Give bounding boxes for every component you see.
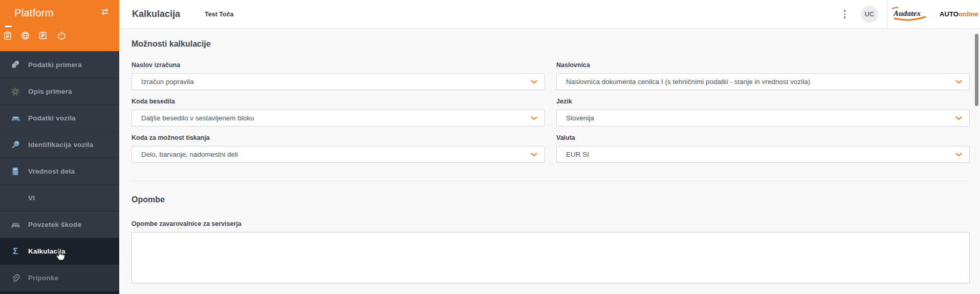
- field-naslov-izracuna: Naslov izračuna Izračun popravila: [132, 61, 545, 90]
- vertical-scrollbar-thumb[interactable]: [975, 34, 978, 106]
- sidebar-item-label: Vrednost dela: [28, 167, 75, 175]
- jezik-select[interactable]: Slovenija: [556, 110, 970, 127]
- sidebar-header: Platform: [0, 0, 119, 51]
- sidebar-item-label: Priponke: [28, 274, 58, 282]
- naslov-izracuna-select[interactable]: Izračun popravila: [132, 73, 545, 90]
- field-label: Koda besedila: [132, 98, 545, 105]
- sidebar-item-priponke[interactable]: Priponke: [0, 264, 119, 291]
- field-label: Valuta: [556, 134, 970, 141]
- sidebar-item-label: VI: [28, 194, 35, 202]
- avatar[interactable]: UC: [861, 6, 878, 23]
- field-valuta: Valuta EUR SI: [556, 134, 970, 163]
- sidebar-menu: Podatki primera Opis primera: [0, 51, 119, 294]
- sidebar-item-label: Podatki vozila: [28, 114, 76, 122]
- paperclip-icon: [10, 274, 20, 283]
- main-area: Kalkulacija Test Toča UC Audatex AUTOonl…: [119, 0, 980, 294]
- sidebar-item-label: Opis primera: [28, 88, 72, 95]
- sidebar-item-identifikacija-vozila[interactable]: Identifikacija vozila: [0, 131, 119, 158]
- section-title-calculation-options: Možnosti kalkulacije: [132, 39, 970, 49]
- field-koda-besedila: Koda besedila Daljše besedilo v sestavlj…: [132, 98, 545, 127]
- swap-arrows-icon[interactable]: [100, 8, 110, 15]
- clipboard-icon[interactable]: [4, 31, 12, 40]
- field-label: Naslovnica: [556, 61, 970, 69]
- autoonline-logo: AUTOonline: [940, 10, 978, 18]
- autoonline-logo-auto: AUTO: [940, 10, 959, 18]
- sigma-icon: Σ: [10, 247, 20, 256]
- chevron-down-icon: [531, 153, 537, 157]
- field-jezik: Jezik Slovenija: [556, 98, 970, 127]
- sidebar-item-povzetek-skode[interactable]: Povzetek škode: [0, 211, 119, 238]
- cubes-icon: [10, 60, 20, 69]
- koda-besedila-select[interactable]: Daljše besedilo v sestavljenem bloku: [132, 110, 545, 127]
- autoonline-logo-online: online: [959, 10, 978, 18]
- sidebar-item-label: Povzetek škode: [28, 221, 81, 228]
- audatex-logo: Audatex: [889, 6, 931, 23]
- naslovnica-select[interactable]: Naslovnica dokumenta cenilca I (s tehnič…: [556, 73, 970, 90]
- kebab-menu-icon[interactable]: [840, 7, 850, 22]
- page-title: Kalkulacija: [132, 9, 180, 19]
- application-window: Platform: [0, 0, 980, 294]
- gear-icon: [10, 87, 20, 96]
- brand-area: Audatex AUTOonline: [888, 6, 980, 23]
- valuta-select[interactable]: EUR SI: [556, 146, 970, 163]
- sidebar-item-kalkulacija[interactable]: Σ Kalkulacija: [0, 238, 119, 264]
- select-value: Daljše besedilo v sestavljenem bloku: [141, 114, 254, 122]
- audatex-logo-text: Audatex: [894, 9, 921, 18]
- chevron-down-icon: [955, 116, 962, 120]
- sidebar-toolbar: [4, 31, 66, 40]
- case-name: Test Toča: [205, 11, 234, 18]
- sidebar-item-opis-primera[interactable]: Opis primera: [0, 78, 119, 104]
- field-label: Naslov izračuna: [132, 61, 545, 69]
- magnifier-icon: [10, 140, 20, 149]
- field-naslovnica: Naslovnica Naslovnica dokumenta cenilca …: [556, 61, 970, 90]
- select-value: Izračun popravila: [141, 78, 194, 86]
- sidebar-item-label: Podatki primera: [28, 61, 82, 69]
- sidebar-item-podatki-vozila[interactable]: Podatki vozila: [0, 104, 119, 131]
- calculation-options-form: Naslov izračuna Izračun popravila Naslov…: [132, 61, 970, 163]
- content-panel: Možnosti kalkulacije Naslov izračuna Izr…: [119, 29, 980, 294]
- calculator-icon: [10, 167, 20, 176]
- select-value: Slovenija: [566, 114, 594, 122]
- field-label: Jezik: [556, 98, 970, 105]
- select-value: EUR SI: [566, 151, 589, 158]
- notes-field-label: Opombe zavarovalnice za serviserja: [132, 220, 970, 227]
- top-bar: Kalkulacija Test Toča UC Audatex AUTOonl…: [119, 0, 980, 29]
- sidebar-item-vi[interactable]: VI: [0, 184, 119, 211]
- form-icon[interactable]: [39, 31, 48, 40]
- sidebar-item-vrednost-dela[interactable]: Vrednost dela: [0, 158, 119, 184]
- chevron-down-icon: [955, 80, 962, 84]
- sidebar-item-podatki-primera[interactable]: Podatki primera: [0, 51, 119, 78]
- notes-textarea[interactable]: [132, 232, 970, 283]
- section-divider: [132, 181, 970, 181]
- sidebar-item-label: Kalkulacija: [28, 247, 66, 255]
- select-value: Naslovnica dokumenta cenilca I (s tehnič…: [566, 78, 810, 86]
- sidebar: Platform: [0, 0, 119, 294]
- chevron-down-icon: [531, 116, 537, 120]
- field-label: Koda za možnost tiskanja: [132, 134, 545, 141]
- globe-icon[interactable]: [21, 31, 30, 40]
- koda-za-moznost-tiskanja-select[interactable]: Delo, barvanje, nadomestni deli: [132, 146, 545, 163]
- section-title-notes: Opombe: [132, 195, 970, 204]
- chevron-down-icon: [531, 80, 537, 84]
- chevron-down-icon: [955, 153, 962, 157]
- sidebar-footer-space: [0, 291, 119, 294]
- collapsed-menu-dash: [5, 26, 12, 27]
- select-value: Delo, barvanje, nadomestni deli: [141, 151, 238, 158]
- sidebar-item-label: Identifikacija vozila: [28, 141, 93, 149]
- power-icon[interactable]: [57, 31, 66, 40]
- car-icon: [10, 115, 20, 122]
- damaged-car-icon: [10, 221, 20, 228]
- field-koda-za-moznost-tiskanja: Koda za možnost tiskanja Delo, barvanje,…: [132, 134, 545, 163]
